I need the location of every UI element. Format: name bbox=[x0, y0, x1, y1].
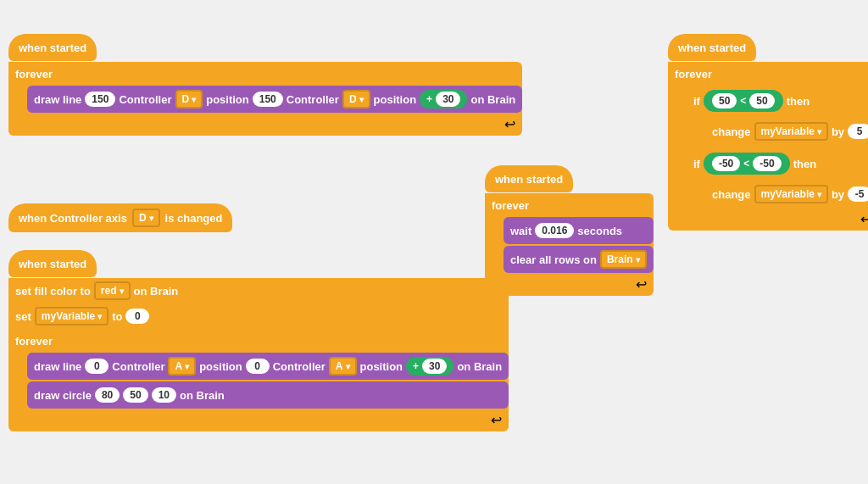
to-label-3: to bbox=[112, 310, 122, 323]
condition-block-2: -50 < -50 bbox=[704, 153, 790, 175]
block-group-2: when Controller axis D is changed bbox=[8, 203, 232, 232]
then-label-2: then bbox=[793, 158, 816, 170]
if-label-1: if bbox=[693, 95, 700, 108]
forever-label-3: forever bbox=[15, 335, 53, 348]
hat-label-3: when started bbox=[19, 258, 86, 270]
change-val-1[interactable]: 5 bbox=[848, 124, 868, 139]
set-var-val-3[interactable]: 0 bbox=[125, 309, 149, 324]
change-var-dropdown-1[interactable]: myVariable bbox=[754, 122, 828, 141]
draw-line-pos1-1: position bbox=[206, 93, 249, 106]
loop-arrow-5: ↩ bbox=[860, 211, 868, 227]
by-label-1: by bbox=[832, 125, 844, 138]
hat-block-1[interactable]: when started bbox=[8, 34, 97, 61]
change-label-2: change bbox=[712, 188, 751, 201]
draw-line-dir2-1[interactable]: D bbox=[342, 90, 370, 108]
draw-line-dir2-3[interactable]: A bbox=[329, 357, 357, 376]
forever-label-4: forever bbox=[492, 199, 529, 212]
if2-val2[interactable]: -50 bbox=[753, 156, 781, 171]
block-group-3: when started set fill color to red on Br… bbox=[8, 250, 509, 431]
hat-label-1: when started bbox=[19, 42, 86, 54]
draw-line-val1-1[interactable]: 150 bbox=[85, 92, 115, 107]
draw-line-plus-3: + 30 bbox=[406, 357, 453, 376]
set-fill-label: set fill color to bbox=[15, 285, 91, 298]
controller-axis-label: when Controller axis bbox=[19, 212, 127, 225]
if-label-2: if bbox=[693, 158, 700, 170]
hat-label-5: when started bbox=[678, 42, 746, 54]
then-label-1: then bbox=[787, 95, 810, 108]
wait-seconds-val[interactable]: 0.016 bbox=[535, 223, 574, 238]
draw-line-val2-3[interactable]: 0 bbox=[246, 359, 270, 374]
variable-dropdown-3[interactable]: myVariable bbox=[35, 307, 108, 325]
draw-line-pos1-3: position bbox=[199, 360, 242, 373]
hat-block-4[interactable]: when started bbox=[485, 165, 573, 192]
draw-line-pos2-1: position bbox=[374, 93, 417, 106]
if1-op: < bbox=[740, 95, 746, 107]
is-changed-label: is changed bbox=[165, 212, 223, 225]
if2-val1[interactable]: -50 bbox=[712, 156, 740, 171]
by-label-2: by bbox=[832, 188, 844, 201]
clear-all-rows-label: clear all rows on bbox=[510, 253, 597, 266]
color-dropdown[interactable]: red bbox=[94, 281, 131, 300]
brain-dropdown-4[interactable]: Brain bbox=[600, 250, 647, 269]
loop-arrow-1: ↩ bbox=[504, 116, 515, 132]
draw-line-dir1-1[interactable]: D bbox=[175, 90, 203, 108]
if1-val2[interactable]: 50 bbox=[749, 93, 774, 108]
draw-line-dir1-3[interactable]: A bbox=[168, 357, 196, 376]
forever-label-5: forever bbox=[675, 68, 712, 81]
change-label-1: change bbox=[712, 125, 751, 138]
block-group-4: when started forever wait 0.016 seconds … bbox=[485, 165, 654, 296]
draw-circle-val2[interactable]: 50 bbox=[123, 387, 147, 403]
block-group-1: when started forever draw line 150 Contr… bbox=[8, 34, 522, 136]
forever-label-1: forever bbox=[15, 68, 53, 81]
draw-line-pos2-3: position bbox=[360, 360, 403, 373]
hat-block-5[interactable]: when started bbox=[668, 34, 756, 61]
wait-label: wait bbox=[510, 225, 531, 237]
draw-circle-val1[interactable]: 80 bbox=[95, 387, 120, 403]
draw-line-val1-3[interactable]: 0 bbox=[85, 359, 108, 374]
draw-line-ctrl1-3: Controller bbox=[112, 360, 164, 373]
draw-line-brain-3: on Brain bbox=[457, 360, 502, 373]
draw-line-label-1: draw line bbox=[34, 93, 81, 106]
draw-line-ctrl1-1: Controller bbox=[119, 93, 171, 106]
loop-arrow-4: ↩ bbox=[636, 276, 647, 292]
draw-line-val3-3[interactable]: 30 bbox=[422, 359, 447, 374]
draw-circle-brain: on Brain bbox=[180, 389, 225, 402]
draw-line-val2-1[interactable]: 150 bbox=[253, 92, 283, 107]
draw-line-ctrl2-3: Controller bbox=[273, 360, 326, 373]
draw-line-ctrl2-1: Controller bbox=[287, 93, 339, 106]
draw-line-brain-1: on Brain bbox=[470, 93, 515, 106]
seconds-label: seconds bbox=[577, 225, 622, 237]
draw-line-val3-1[interactable]: 30 bbox=[436, 92, 460, 107]
draw-line-plus-1: + 30 bbox=[420, 90, 467, 108]
draw-circle-val3[interactable]: 10 bbox=[152, 387, 176, 403]
change-val-2[interactable]: -5 bbox=[848, 186, 868, 202]
loop-arrow-3: ↩ bbox=[491, 412, 502, 428]
hat-label-4: when started bbox=[495, 173, 563, 186]
draw-circle-label: draw circle bbox=[34, 389, 92, 402]
controller-axis-dir[interactable]: D bbox=[132, 209, 160, 227]
if2-op: < bbox=[743, 158, 749, 170]
change-var-dropdown-2[interactable]: myVariable bbox=[754, 185, 828, 203]
set-var-label: set bbox=[15, 310, 31, 323]
condition-block-1: 50 < 50 bbox=[704, 90, 783, 112]
if1-val1[interactable]: 50 bbox=[712, 93, 737, 108]
block-group-5: when started forever if 50 < 50 then cha… bbox=[668, 34, 868, 231]
draw-line-label-3: draw line bbox=[34, 360, 81, 373]
hat-block-3[interactable]: when started bbox=[8, 250, 97, 277]
set-fill-brain: on Brain bbox=[134, 285, 179, 298]
